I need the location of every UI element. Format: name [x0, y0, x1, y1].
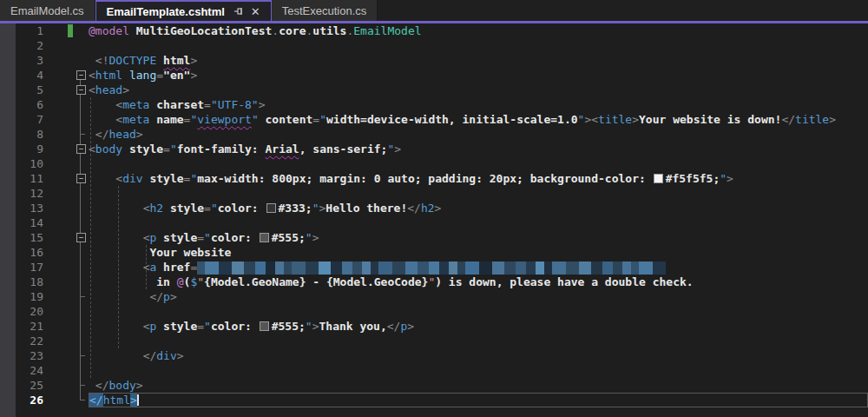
- line-number: 18: [0, 275, 50, 289]
- code-text: </html>: [89, 393, 868, 407]
- code-line[interactable]: 18 in @($"{Model.GeoName} - {Model.GeoCo…: [0, 275, 868, 289]
- code-text: <!DOCTYPE html>: [89, 53, 868, 68]
- code-lines: 1@model MultiGeoLocationTest.core.utils.…: [0, 23, 868, 407]
- glyph-margin: [50, 127, 89, 142]
- glyph-margin: [50, 53, 89, 68]
- code-line[interactable]: 25 </body>: [0, 378, 868, 393]
- glyph-margin: [50, 83, 89, 97]
- glyph-margin: [50, 215, 89, 230]
- code-text: [89, 363, 868, 378]
- code-line[interactable]: 9<body style="font-family: Arial, sans-s…: [0, 142, 868, 156]
- code-text: <body style="font-family: Arial, sans-se…: [89, 142, 868, 156]
- glyph-margin: [50, 319, 89, 334]
- code-line[interactable]: 2: [0, 38, 868, 53]
- code-line[interactable]: 11 <div style="max-width: 800px; margin:…: [0, 171, 868, 186]
- line-number: 5: [0, 83, 50, 97]
- glyph-margin: [50, 201, 89, 215]
- redacted-url: [197, 261, 666, 275]
- line-number: 15: [0, 230, 50, 245]
- code-line[interactable]: 1@model MultiGeoLocationTest.core.utils.…: [0, 23, 868, 38]
- line-number: 6: [0, 97, 50, 112]
- code-text: Your website: [89, 245, 868, 260]
- line-number: 21: [0, 319, 50, 334]
- code-line[interactable]: 12: [0, 186, 868, 201]
- pin-icon[interactable]: [233, 6, 244, 17]
- glyph-margin: [50, 245, 89, 260]
- code-text: in @($"{Model.GeoName} - {Model.GeoCode}…: [89, 275, 868, 289]
- code-text: [89, 186, 868, 201]
- tab-label: EmailTemplate.cshtml: [107, 5, 225, 18]
- glyph-margin: [50, 68, 89, 83]
- code-line[interactable]: 21 <p style="color: #555;">Thank you,</p…: [0, 319, 868, 334]
- code-text: <head>: [89, 83, 868, 97]
- code-text: [89, 156, 868, 171]
- code-line[interactable]: 4<html lang="en">: [0, 68, 868, 83]
- tab-bar: EmailModel.csEmailTemplate.cshtml✕TestEx…: [0, 0, 868, 21]
- text-cursor: [137, 394, 139, 406]
- code-text: <meta name="viewport" content="width=dev…: [89, 112, 868, 127]
- code-line[interactable]: 6 <meta charset="UTF-8">: [0, 97, 868, 112]
- editor-pane[interactable]: −−−−− 1@model MultiGeoLocationTest.core.…: [0, 23, 868, 417]
- code-line[interactable]: 15 <p style="color: #555;">: [0, 230, 868, 245]
- code-line[interactable]: 5<head>: [0, 83, 868, 97]
- code-text: </p>: [89, 289, 868, 304]
- glyph-margin: [50, 393, 89, 407]
- code-line[interactable]: 8 </head>: [0, 127, 868, 142]
- code-line[interactable]: 14: [0, 215, 868, 230]
- tab-testexecution-cs[interactable]: TestExecution.cs: [272, 0, 378, 21]
- code-line[interactable]: 3 <!DOCTYPE html>: [0, 53, 868, 68]
- code-line[interactable]: 26</html>: [0, 393, 868, 407]
- glyph-margin: [50, 112, 89, 127]
- glyph-margin: [50, 348, 89, 363]
- code-text: @model MultiGeoLocationTest.core.utils.E…: [89, 23, 868, 38]
- code-line[interactable]: 10: [0, 156, 868, 171]
- tab-label: EmailModel.cs: [10, 4, 84, 17]
- tab-emailmodel-cs[interactable]: EmailModel.cs: [0, 0, 95, 21]
- close-icon[interactable]: ✕: [251, 6, 260, 17]
- code-line[interactable]: 7 <meta name="viewport" content="width=d…: [0, 112, 868, 127]
- code-line[interactable]: 13 <h2 style="color: #333;">Hello there!…: [0, 201, 868, 215]
- line-number: 19: [0, 289, 50, 304]
- code-text: [89, 215, 868, 230]
- line-number: 4: [0, 68, 50, 83]
- color-swatch: [654, 174, 663, 183]
- code-text: <a href=: [89, 260, 868, 275]
- line-number: 3: [0, 53, 50, 68]
- code-line[interactable]: 16 Your website: [0, 245, 868, 260]
- code-line[interactable]: 24: [0, 363, 868, 378]
- glyph-margin: [50, 171, 89, 186]
- glyph-margin: [50, 378, 89, 393]
- glyph-margin: [50, 142, 89, 156]
- code-line[interactable]: 20: [0, 304, 868, 319]
- color-swatch: [260, 233, 269, 242]
- glyph-margin: [50, 260, 89, 275]
- code-text: <div style="max-width: 800px; margin: 0 …: [89, 171, 868, 186]
- color-swatch: [266, 203, 276, 213]
- line-number: 17: [0, 260, 50, 275]
- code-line[interactable]: 19 </p>: [0, 289, 868, 304]
- code-text: <html lang="en">: [89, 68, 868, 83]
- code-text: </head>: [89, 127, 868, 142]
- code-line[interactable]: 22: [0, 334, 868, 348]
- tab-emailtemplate-cshtml[interactable]: EmailTemplate.cshtml✕: [95, 0, 272, 21]
- tab-label: TestExecution.cs: [282, 4, 367, 17]
- glyph-margin: [50, 97, 89, 112]
- code-text: [89, 304, 868, 319]
- line-number: 12: [0, 186, 50, 201]
- glyph-margin: [50, 23, 89, 38]
- code-line[interactable]: 23 </div>: [0, 348, 868, 363]
- line-number: 13: [0, 201, 50, 215]
- line-number: 9: [0, 142, 50, 156]
- code-text: <p style="color: #555;">Thank you,</p>: [89, 319, 868, 334]
- line-number: 25: [0, 378, 50, 393]
- code-text: <meta charset="UTF-8">: [89, 97, 868, 112]
- line-number: 24: [0, 363, 50, 378]
- line-number: 14: [0, 215, 50, 230]
- glyph-margin: [50, 38, 89, 53]
- code-line[interactable]: 17 <a href=: [0, 260, 868, 275]
- glyph-margin: [50, 289, 89, 304]
- line-number: 23: [0, 348, 50, 363]
- glyph-margin: [50, 304, 89, 319]
- glyph-margin: [50, 275, 89, 289]
- line-number: 8: [0, 127, 50, 142]
